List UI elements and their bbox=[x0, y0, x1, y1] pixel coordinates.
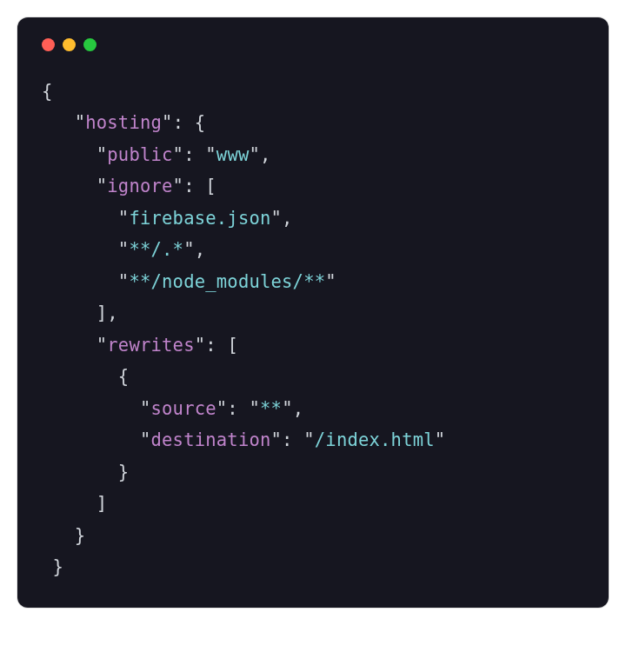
comma: , bbox=[293, 398, 304, 419]
json-key: hosting bbox=[85, 112, 162, 133]
quote: " bbox=[271, 429, 283, 450]
quote: " bbox=[97, 335, 108, 356]
brace: { bbox=[195, 112, 206, 133]
colon: : bbox=[183, 144, 195, 165]
minimize-icon[interactable] bbox=[63, 38, 76, 51]
brace: } bbox=[118, 462, 130, 482]
comma: , bbox=[282, 208, 293, 229]
colon: : bbox=[282, 429, 293, 450]
close-icon[interactable] bbox=[42, 38, 55, 51]
json-string: **/.* bbox=[129, 239, 183, 260]
brace: { bbox=[42, 81, 53, 102]
json-key: source bbox=[151, 398, 216, 419]
quote: " bbox=[216, 398, 228, 419]
colon: : bbox=[183, 176, 195, 196]
quote: " bbox=[140, 398, 151, 419]
json-key: rewrites bbox=[107, 335, 194, 356]
bracket: [ bbox=[205, 176, 216, 196]
quote: " bbox=[162, 112, 173, 133]
quote: " bbox=[249, 398, 260, 419]
code-window: { "hosting": { "public": "www", "ignore"… bbox=[17, 17, 609, 608]
quote: " bbox=[118, 271, 130, 292]
bracket: ] bbox=[97, 303, 108, 323]
quote: " bbox=[205, 144, 216, 165]
quote: " bbox=[173, 144, 184, 165]
quote: " bbox=[75, 112, 86, 133]
quote: " bbox=[140, 429, 151, 450]
json-string: **/node_modules/** bbox=[129, 271, 325, 292]
bracket: ] bbox=[97, 493, 108, 514]
window-titlebar bbox=[42, 38, 584, 51]
json-string: www bbox=[216, 144, 250, 165]
brace: { bbox=[118, 366, 130, 387]
quote: " bbox=[173, 176, 184, 196]
quote: " bbox=[271, 208, 283, 229]
json-string: ** bbox=[260, 398, 282, 419]
colon: : bbox=[227, 398, 238, 419]
quote: " bbox=[118, 239, 130, 260]
comma: , bbox=[260, 144, 271, 165]
quote: " bbox=[282, 398, 293, 419]
quote: " bbox=[97, 176, 108, 196]
brace: } bbox=[53, 556, 64, 577]
quote: " bbox=[303, 429, 315, 450]
quote: " bbox=[97, 144, 108, 165]
json-key: destination bbox=[151, 429, 271, 450]
quote: " bbox=[250, 144, 261, 165]
bracket: [ bbox=[227, 335, 238, 356]
quote: " bbox=[195, 335, 206, 356]
colon: : bbox=[205, 335, 216, 356]
quote: " bbox=[118, 208, 130, 229]
quote: " bbox=[183, 239, 195, 260]
json-key: public bbox=[107, 144, 172, 165]
colon: : bbox=[173, 112, 184, 133]
quote: " bbox=[325, 271, 336, 292]
quote: " bbox=[435, 429, 446, 450]
json-string: firebase.json bbox=[129, 208, 270, 229]
brace: } bbox=[75, 525, 86, 546]
comma: , bbox=[107, 303, 118, 323]
json-string: /index.html bbox=[315, 429, 435, 450]
comma: , bbox=[195, 239, 206, 260]
json-key: ignore bbox=[107, 176, 172, 196]
maximize-icon[interactable] bbox=[83, 38, 97, 51]
code-block: { "hosting": { "public": "www", "ignore"… bbox=[42, 76, 584, 583]
